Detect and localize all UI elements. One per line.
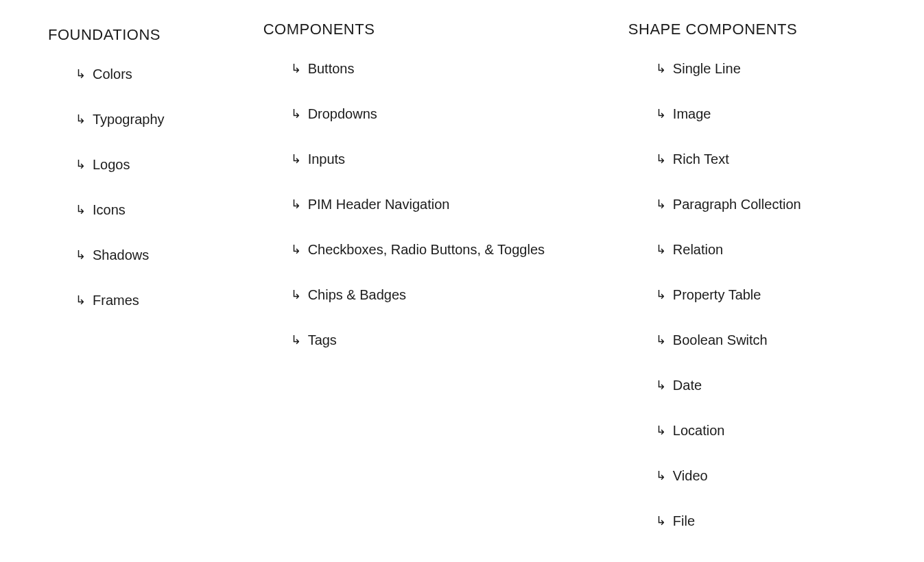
- sub-arrow-icon: ↳: [291, 243, 301, 256]
- item-label: Logos: [93, 156, 130, 173]
- item-label: Dropdowns: [308, 106, 377, 122]
- item-location[interactable]: ↳ Location: [656, 422, 876, 439]
- item-label: Video: [673, 467, 708, 484]
- sub-arrow-icon: ↳: [75, 158, 86, 171]
- item-label: Rich Text: [673, 151, 729, 167]
- item-frames[interactable]: ↳ Frames: [75, 292, 263, 308]
- item-label: Image: [673, 106, 711, 122]
- section-foundations: FOUNDATIONS ↳ Colors ↳ Typography ↳ Logo…: [48, 21, 263, 529]
- section-title-components: COMPONENTS: [263, 21, 628, 38]
- item-label: Typography: [93, 111, 165, 127]
- sub-arrow-icon: ↳: [656, 379, 666, 391]
- item-date[interactable]: ↳ Date: [656, 377, 876, 393]
- sub-arrow-icon: ↳: [291, 108, 301, 120]
- item-checkboxes-radio-toggles[interactable]: ↳ Checkboxes, Radio Buttons, & Toggles: [291, 241, 628, 258]
- section-components: COMPONENTS ↳ Buttons ↳ Dropdowns ↳ Input…: [263, 21, 628, 529]
- shape-components-items: ↳ Single Line ↳ Image ↳ Rich Text ↳ Para…: [628, 60, 876, 529]
- sub-arrow-icon: ↳: [656, 289, 666, 301]
- item-label: File: [673, 513, 695, 529]
- item-logos[interactable]: ↳ Logos: [75, 156, 263, 173]
- item-label: Chips & Badges: [308, 286, 406, 303]
- item-relation[interactable]: ↳ Relation: [656, 241, 876, 258]
- sub-arrow-icon: ↳: [656, 62, 666, 75]
- sub-arrow-icon: ↳: [75, 68, 86, 80]
- sub-arrow-icon: ↳: [656, 424, 666, 437]
- sub-arrow-icon: ↳: [291, 153, 301, 165]
- item-label: Frames: [93, 292, 139, 308]
- item-label: Tags: [308, 332, 337, 348]
- sub-arrow-icon: ↳: [656, 153, 666, 165]
- item-label: Paragraph Collection: [673, 196, 801, 212]
- item-colors[interactable]: ↳ Colors: [75, 66, 263, 82]
- components-items: ↳ Buttons ↳ Dropdowns ↳ Inputs ↳ PIM Hea…: [263, 60, 628, 348]
- section-title-shape-components: SHAPE COMPONENTS: [628, 21, 876, 38]
- sub-arrow-icon: ↳: [656, 334, 666, 346]
- item-dropdowns[interactable]: ↳ Dropdowns: [291, 106, 628, 122]
- item-label: Buttons: [308, 60, 355, 77]
- item-label: Single Line: [673, 60, 741, 77]
- item-typography[interactable]: ↳ Typography: [75, 111, 263, 127]
- sub-arrow-icon: ↳: [656, 469, 666, 482]
- item-label: Date: [673, 377, 702, 393]
- item-single-line[interactable]: ↳ Single Line: [656, 60, 876, 77]
- item-rich-text[interactable]: ↳ Rich Text: [656, 151, 876, 167]
- sub-arrow-icon: ↳: [656, 198, 666, 210]
- item-label: Shadows: [93, 247, 149, 263]
- item-inputs[interactable]: ↳ Inputs: [291, 151, 628, 167]
- item-label: PIM Header Navigation: [308, 196, 450, 212]
- item-label: Property Table: [673, 286, 761, 303]
- sub-arrow-icon: ↳: [291, 62, 301, 75]
- item-tags[interactable]: ↳ Tags: [291, 332, 628, 348]
- item-label: Location: [673, 422, 725, 439]
- section-title-foundations: FOUNDATIONS: [48, 26, 263, 44]
- sub-arrow-icon: ↳: [75, 204, 86, 216]
- item-label: Inputs: [308, 151, 345, 167]
- section-shape-components: SHAPE COMPONENTS ↳ Single Line ↳ Image ↳…: [628, 21, 876, 529]
- item-label: Icons: [93, 201, 126, 218]
- item-image[interactable]: ↳ Image: [656, 106, 876, 122]
- item-chips-badges[interactable]: ↳ Chips & Badges: [291, 286, 628, 303]
- sub-arrow-icon: ↳: [656, 515, 666, 527]
- sub-arrow-icon: ↳: [75, 113, 86, 125]
- item-pim-header-navigation[interactable]: ↳ PIM Header Navigation: [291, 196, 628, 212]
- item-property-table[interactable]: ↳ Property Table: [656, 286, 876, 303]
- item-icons[interactable]: ↳ Icons: [75, 201, 263, 218]
- sub-arrow-icon: ↳: [291, 334, 301, 346]
- sub-arrow-icon: ↳: [656, 243, 666, 256]
- item-label: Colors: [93, 66, 132, 82]
- item-label: Relation: [673, 241, 723, 258]
- sub-arrow-icon: ↳: [656, 108, 666, 120]
- item-buttons[interactable]: ↳ Buttons: [291, 60, 628, 77]
- item-shadows[interactable]: ↳ Shadows: [75, 247, 263, 263]
- layout-columns: FOUNDATIONS ↳ Colors ↳ Typography ↳ Logo…: [48, 21, 876, 529]
- sub-arrow-icon: ↳: [291, 289, 301, 301]
- item-file[interactable]: ↳ File: [656, 513, 876, 529]
- item-paragraph-collection[interactable]: ↳ Paragraph Collection: [656, 196, 876, 212]
- sub-arrow-icon: ↳: [75, 249, 86, 261]
- sub-arrow-icon: ↳: [291, 198, 301, 210]
- item-label: Boolean Switch: [673, 332, 768, 348]
- sub-arrow-icon: ↳: [75, 294, 86, 306]
- item-label: Checkboxes, Radio Buttons, & Toggles: [308, 241, 545, 258]
- foundations-items: ↳ Colors ↳ Typography ↳ Logos ↳ Icons ↳ …: [48, 66, 263, 308]
- item-video[interactable]: ↳ Video: [656, 467, 876, 484]
- item-boolean-switch[interactable]: ↳ Boolean Switch: [656, 332, 876, 348]
